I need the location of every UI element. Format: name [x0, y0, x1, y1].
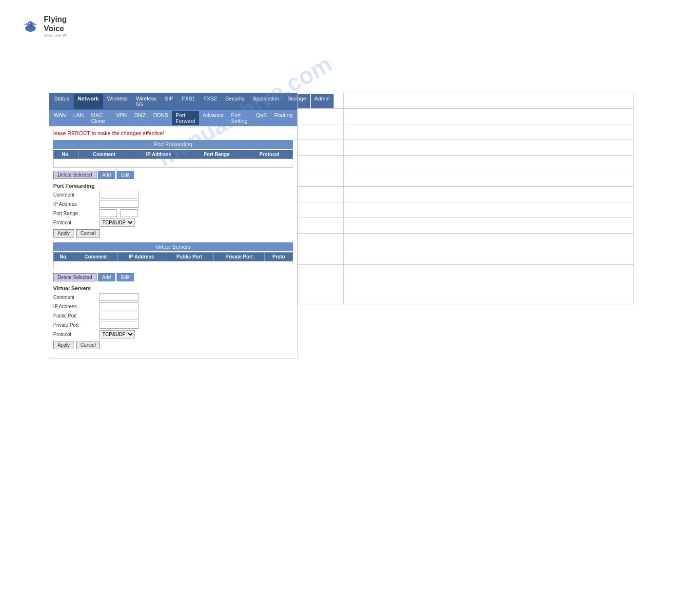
- subtab-advance[interactable]: Advance: [199, 111, 227, 125]
- vs-comment-row: Comment: [53, 293, 293, 301]
- logo-area: Flying Voice Voice over IP: [20, 15, 67, 38]
- port-forwarding-table: No. Comment IP Address Port Range Protoc…: [53, 150, 293, 168]
- vs-comment-input[interactable]: [99, 293, 139, 301]
- vs-col-ip: IP Address: [118, 253, 165, 261]
- right-cell: [298, 218, 343, 234]
- pf-comment-input[interactable]: [99, 191, 139, 199]
- pf-portrange-row: Port Range -: [53, 209, 293, 217]
- tab-wireless5g[interactable]: Wireless 5G: [132, 94, 160, 109]
- tab-wireless[interactable]: Wireless: [103, 94, 132, 109]
- vs-comment-label: Comment: [53, 295, 97, 300]
- right-col-wide: [344, 93, 634, 304]
- pf-portrange-start[interactable]: [99, 209, 117, 217]
- subtab-wan[interactable]: WAN: [50, 111, 69, 125]
- tab-status[interactable]: Status: [50, 94, 73, 109]
- subtab-dmz[interactable]: DMZ: [131, 111, 149, 125]
- subtab-lan[interactable]: LAN: [70, 111, 87, 125]
- vs-protocol-row: Protocol TCP&UDP TCP UDP: [53, 330, 293, 338]
- subtab-routing[interactable]: Routing: [271, 111, 296, 125]
- vs-apply-row: Apply Cancel: [53, 341, 293, 349]
- pf-delete-btn[interactable]: Delete Selected: [53, 171, 97, 179]
- table-row: [54, 159, 293, 168]
- right-cell: [344, 265, 634, 304]
- subtab-vpn[interactable]: VPN: [113, 111, 131, 125]
- vs-protocol-select[interactable]: TCP&UDP TCP UDP: [99, 330, 135, 338]
- vs-col-proto: Proto: [265, 253, 293, 261]
- port-forwarding-header: Port Forwarding: [53, 140, 293, 149]
- vs-pubport-label: Public Port: [53, 313, 97, 318]
- right-cell: [344, 171, 634, 187]
- right-cell: [344, 187, 634, 202]
- subtab-portforward[interactable]: Port Forward: [172, 111, 199, 125]
- vs-protocol-label: Protocol: [53, 332, 97, 337]
- pf-protocol-select[interactable]: TCP&UDP TCP UDP: [99, 219, 135, 227]
- vs-apply-btn[interactable]: Apply: [53, 341, 74, 349]
- tab-network[interactable]: Network: [74, 94, 102, 109]
- right-col-narrow: [297, 93, 344, 304]
- page-wrapper: Flying Voice Voice over IP manualshive.c…: [0, 0, 693, 616]
- right-cell: [298, 140, 343, 156]
- vs-col-no: No.: [54, 253, 74, 261]
- subtab-macclone[interactable]: MAC Clone: [88, 111, 112, 125]
- warning-text: lease REBOOT to make the changes effecti…: [53, 130, 293, 136]
- tab-application[interactable]: Application: [249, 94, 283, 109]
- pf-apply-row: Apply Cancel: [53, 229, 293, 238]
- right-cell: [298, 234, 343, 249]
- vs-add-btn[interactable]: Add: [98, 273, 116, 281]
- right-cell: [344, 156, 634, 171]
- vs-ip-row: IP Address: [53, 302, 293, 310]
- vs-privport-input[interactable]: [99, 321, 139, 329]
- right-cell: [298, 156, 343, 171]
- subtab-ddns[interactable]: DDNS: [150, 111, 172, 125]
- pf-cancel-btn[interactable]: Cancel: [76, 229, 100, 238]
- main-nav: Status Network Wireless Wireless 5G SIP …: [49, 93, 297, 110]
- right-cell: [298, 187, 343, 202]
- pf-add-btn[interactable]: Add: [98, 171, 116, 179]
- vs-delete-btn[interactable]: Delete Selected: [53, 273, 97, 281]
- vs-pubport-input[interactable]: [99, 312, 139, 319]
- logo-bird-icon: [20, 15, 41, 37]
- pf-protocol-label: Protocol: [53, 220, 97, 225]
- right-cell: [344, 124, 634, 140]
- subtab-qos[interactable]: QoS: [253, 111, 270, 125]
- right-cell: [298, 109, 343, 124]
- vs-col-comment: Comment: [74, 253, 118, 261]
- vs-form-title: Virtual Servers: [53, 285, 293, 291]
- right-cell: [344, 93, 634, 109]
- pf-row-empty: [54, 159, 293, 168]
- tab-security[interactable]: Security: [221, 94, 249, 109]
- right-cell: [298, 249, 343, 265]
- right-cell: [344, 234, 634, 249]
- pf-ip-input[interactable]: [99, 200, 139, 208]
- pf-col-ip: IP Address: [130, 150, 187, 159]
- vs-col-privport: Private Port: [214, 253, 265, 261]
- vs-edit-btn[interactable]: Edit: [117, 273, 134, 281]
- tab-sip[interactable]: SIP: [161, 94, 178, 109]
- pf-col-no: No.: [54, 150, 79, 159]
- vs-row-empty: [54, 261, 293, 270]
- pf-edit-btn[interactable]: Edit: [117, 171, 134, 179]
- logo-flying: Flying: [44, 15, 67, 24]
- pf-portrange-end[interactable]: [120, 209, 138, 217]
- pf-protocol-row: Protocol TCP&UDP TCP UDP: [53, 219, 293, 227]
- right-cell: [344, 109, 634, 124]
- pf-apply-btn[interactable]: Apply: [53, 229, 74, 238]
- content-area: lease REBOOT to make the changes effecti…: [49, 126, 297, 358]
- logo-voice: Voice: [44, 24, 67, 33]
- vs-ip-input[interactable]: [99, 302, 139, 310]
- pf-form-title: Port Forwarding: [53, 183, 293, 189]
- subtab-portsetting[interactable]: Port Setting: [227, 111, 252, 125]
- tab-fxs1[interactable]: FXS1: [178, 94, 199, 109]
- right-cell: [344, 249, 634, 265]
- vs-header: Virtual Servers: [53, 242, 293, 251]
- right-cell: [344, 202, 634, 218]
- pf-comment-label: Comment: [53, 192, 97, 198]
- sub-nav: WAN LAN MAC Clone VPN DMZ DDNS Port Forw…: [49, 110, 297, 126]
- virtual-servers-table: No. Comment IP Address Public Port Priva…: [53, 252, 293, 270]
- tab-fxs2[interactable]: FXS2: [199, 94, 221, 109]
- pf-col-protocol: Protocol: [246, 150, 293, 159]
- vs-cancel-btn[interactable]: Cancel: [76, 341, 100, 349]
- pf-col-comment: Comment: [78, 150, 130, 159]
- vs-privport-label: Private Port: [53, 322, 97, 328]
- right-cell: [298, 202, 343, 218]
